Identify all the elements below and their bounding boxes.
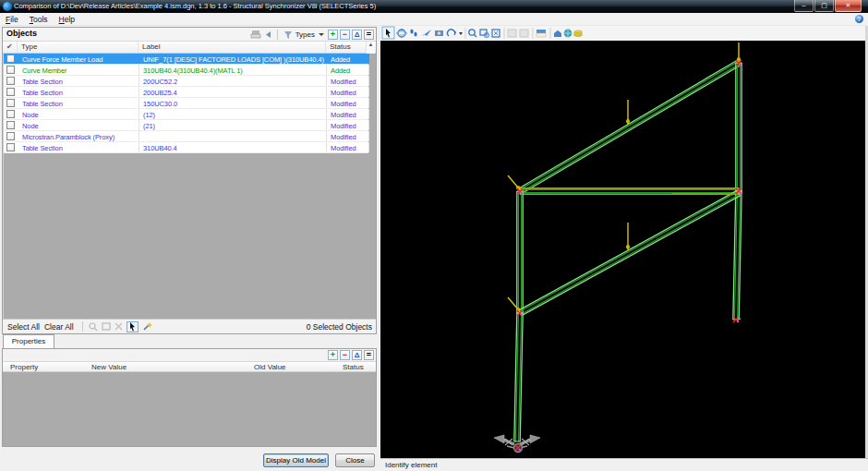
row-label	[139, 131, 327, 141]
row-type: Node	[18, 109, 139, 119]
row-checkbox[interactable]	[6, 99, 15, 107]
right-pane: Identify element	[380, 26, 868, 471]
camera-tool-icon[interactable]	[435, 30, 443, 36]
row-status: Modified	[327, 98, 369, 108]
menu-bar: File Tools Help ?	[0, 13, 868, 26]
row-label: 200UC52.2	[139, 76, 327, 86]
props-unchanged-button[interactable]: =	[364, 350, 374, 360]
row-checkbox[interactable]	[6, 110, 15, 118]
row-label: 200UB25.4	[139, 87, 327, 97]
clear-all-link[interactable]: Clear All	[44, 322, 74, 332]
tab-properties[interactable]: Properties	[3, 334, 54, 348]
row-checkbox[interactable]	[6, 54, 15, 63]
selected-count: 0 Selected Objects	[307, 322, 372, 332]
row-checkbox[interactable]	[6, 143, 15, 151]
title-bar: Comparison of D:\Dev\Release Articles\Ex…	[0, 0, 868, 13]
rotate-view-icon[interactable]	[448, 30, 463, 36]
row-label: 310UB40.4(310UB40.4)(MATL 1)	[139, 65, 327, 75]
globe-view-icon[interactable]	[564, 30, 573, 38]
row-type: Curve Force Member Load	[18, 54, 139, 64]
wand-icon[interactable]	[142, 321, 153, 332]
row-type: Table Section	[18, 98, 139, 108]
row-label: (21)	[139, 120, 327, 130]
select-all-link[interactable]: Select All	[7, 322, 40, 332]
property-column-header: Property	[10, 363, 38, 371]
row-type: Node	[18, 120, 139, 130]
maximize-button[interactable]: ▢	[814, 0, 834, 12]
old-value-column-header: Old Value	[254, 363, 286, 371]
scroll-up-icon: ▲	[368, 42, 374, 47]
filter-removed-button[interactable]: −	[340, 30, 350, 40]
row-type: Table Section	[18, 142, 139, 152]
row-checkbox[interactable]	[6, 66, 15, 74]
close-panel-button[interactable]: Close	[335, 453, 375, 467]
row-type: Microstran.Paramblock (Proxy)	[18, 131, 139, 141]
object-row[interactable]: Table Section310UB40.4Modified	[4, 142, 368, 153]
properties-panel: + − Δ = Property New Value Old Value Sta…	[2, 348, 377, 447]
prev-view-icon-disabled	[508, 30, 516, 37]
label-column-header: Label	[139, 42, 326, 53]
zoom-in-tool-icon[interactable]	[469, 30, 476, 37]
props-added-button[interactable]: +	[328, 350, 338, 360]
horizon-view-icon[interactable]	[536, 30, 546, 37]
row-label: (12)	[139, 109, 327, 119]
home-view-icon[interactable]	[554, 30, 561, 37]
menu-file[interactable]: File	[0, 13, 24, 27]
objects-panel: Objects Types + − Δ = ✔ Type Label Statu…	[2, 27, 377, 334]
menu-help[interactable]: Help	[54, 13, 80, 27]
fly-tool-icon[interactable]	[422, 30, 431, 36]
select-mode-button[interactable]	[127, 321, 139, 332]
check-column-header: ✔	[3, 42, 18, 53]
row-status: Modified	[327, 76, 369, 86]
walk-tool-icon[interactable]	[410, 29, 416, 36]
new-value-column-header: New Value	[91, 363, 127, 371]
object-row[interactable]: Curve Force Member LoadUNIF_7(1 [DESC] F…	[4, 54, 368, 65]
orbit-tool-icon[interactable]	[397, 30, 407, 37]
props-modified-button[interactable]: Δ	[352, 350, 362, 360]
objects-footer: Select All Clear All 0 Selected Objects	[3, 319, 376, 333]
objects-table-body: Curve Force Member LoadUNIF_7(1 [DESC] F…	[3, 54, 376, 320]
row-checkbox[interactable]	[6, 132, 15, 140]
props-removed-button[interactable]: −	[340, 350, 350, 360]
report-icon[interactable]	[250, 30, 261, 40]
object-row[interactable]: Table Section200UB25.4Modified	[4, 87, 368, 98]
minimize-button[interactable]: –	[794, 0, 814, 12]
highlight-icon[interactable]	[114, 321, 125, 332]
zoom-window-tool-icon[interactable]	[480, 30, 488, 37]
isolate-icon[interactable]	[101, 321, 112, 332]
fit-view-tool-icon[interactable]	[492, 30, 500, 37]
row-status: Added	[327, 65, 369, 75]
types-dropdown[interactable]: Types	[295, 30, 315, 39]
object-row[interactable]: Table Section200UC52.2Modified	[4, 76, 368, 87]
row-status: Modified	[327, 131, 369, 141]
zoom-selection-icon[interactable]	[88, 321, 99, 332]
filter-icon	[283, 30, 294, 40]
row-label: 310UB40.4	[139, 142, 327, 152]
left-pane: Objects Types + − Δ = ✔ Type Label Statu…	[0, 26, 380, 471]
saved-view-icon[interactable]	[574, 30, 583, 37]
display-old-model-button[interactable]: Display Old Model	[263, 453, 329, 467]
filter-unchanged-button[interactable]: =	[364, 30, 374, 40]
row-status: Modified	[327, 109, 369, 119]
object-row[interactable]: Microstran.Paramblock (Proxy)Modified	[4, 131, 368, 142]
object-row[interactable]: Node(21)Modified	[4, 120, 368, 131]
object-row[interactable]: Table Section150UC30.0Modified	[4, 98, 368, 109]
help-badge-icon[interactable]: ?	[855, 15, 863, 23]
object-row[interactable]: Curve Member310UB40.4(310UB40.4)(MATL 1)…	[4, 65, 368, 76]
menu-tools[interactable]: Tools	[24, 13, 54, 27]
row-type: Table Section	[18, 76, 139, 86]
row-type: Table Section	[18, 87, 139, 97]
row-checkbox[interactable]	[6, 77, 15, 85]
close-button[interactable]: ✕	[835, 0, 862, 12]
objects-table-header[interactable]: ✔ Type Label Status	[3, 42, 376, 54]
types-caret-icon[interactable]	[319, 33, 324, 36]
row-checkbox[interactable]	[6, 88, 15, 96]
filter-modified-button[interactable]: Δ	[352, 30, 362, 40]
object-row[interactable]: Node(12)Modified	[4, 109, 368, 120]
filter-added-button[interactable]: +	[328, 30, 338, 40]
model-viewport[interactable]	[380, 41, 865, 458]
row-checkbox[interactable]	[6, 121, 15, 129]
app-icon	[3, 2, 12, 11]
select-tool-button[interactable]	[382, 27, 394, 39]
back-arrow-icon[interactable]	[263, 30, 274, 40]
